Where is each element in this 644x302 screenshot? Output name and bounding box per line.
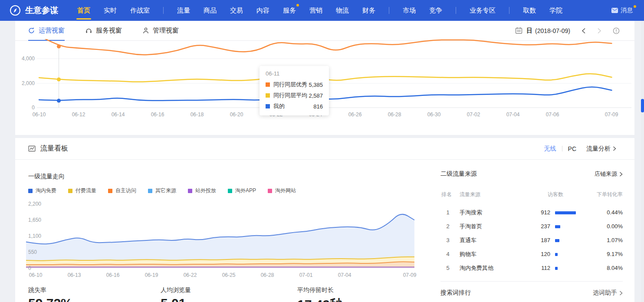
source-row-4[interactable]: 4 购物车 120 9.17% bbox=[440, 247, 623, 261]
tooltip-series-value: 5,385 bbox=[309, 82, 323, 88]
message-dot bbox=[634, 5, 636, 8]
legend-item[interactable]: 淘外APP bbox=[228, 187, 256, 194]
date-granularity[interactable]: 日 bbox=[526, 27, 532, 35]
area-chart-legend: 淘内免费 付费流量 自主访问 其它来源 站外投放 淘外APP 淘外网站 bbox=[28, 187, 296, 194]
conversion-rate: 1.07% bbox=[607, 233, 623, 247]
benchmark-ytick: 2,000 bbox=[15, 80, 35, 86]
col-header-rank: 排名 bbox=[441, 191, 452, 198]
benchmark-xtick: 06-30 bbox=[427, 112, 441, 118]
legend-item[interactable]: 站外投放 bbox=[188, 187, 216, 194]
legend-item[interactable]: 其它来源 bbox=[148, 187, 176, 194]
chevron-right-icon bbox=[619, 172, 623, 177]
nav-item-logistics[interactable]: 物流 bbox=[336, 0, 349, 21]
shop-sources-link[interactable]: 店铺来源 bbox=[595, 170, 623, 178]
benchmark-xtick: 07-02 bbox=[467, 112, 480, 118]
notification-dot bbox=[296, 4, 299, 7]
hover-dot-excellent bbox=[57, 45, 61, 49]
col-header-conversion: 下单转化率 bbox=[597, 191, 623, 198]
stat-stay-duration-label: 平均停留时长 bbox=[297, 286, 334, 294]
nav-menu: 首页 实时 作战室 流量 商品 交易 内容 服务 营销 物流 财务 市场 竞争 … bbox=[77, 0, 562, 21]
hover-dot-mine bbox=[57, 99, 61, 103]
visitors: 237 bbox=[516, 220, 550, 233]
scrollbar-track[interactable] bbox=[641, 21, 644, 302]
area-xtick: 06-19 bbox=[145, 272, 158, 278]
nav-item-competition[interactable]: 竞争 bbox=[429, 0, 442, 21]
legend-swatch bbox=[228, 189, 232, 193]
nav-item-content[interactable]: 内容 bbox=[256, 0, 269, 21]
benchmark-xtick: 06-18 bbox=[191, 112, 204, 118]
nav-divider bbox=[163, 7, 164, 14]
nav-item-finance[interactable]: 财务 bbox=[362, 0, 375, 21]
nav-item-goods[interactable]: 商品 bbox=[204, 0, 217, 21]
legend-item[interactable]: 淘内免费 bbox=[28, 187, 56, 194]
tab-management-viewport[interactable]: 管理视窗 bbox=[143, 21, 179, 41]
visitors-bar bbox=[555, 239, 559, 242]
benchmark-ytick: 4,000 bbox=[15, 56, 35, 62]
nav-item-academy[interactable]: 学院 bbox=[549, 0, 562, 21]
tab-operation-viewport[interactable]: 运营视窗 bbox=[28, 21, 65, 41]
visitors-bar bbox=[555, 267, 558, 270]
message-button[interactable]: 消息 bbox=[611, 7, 633, 14]
benchmark-xtick: 07-06 bbox=[546, 112, 559, 118]
legend-label: 淘内免费 bbox=[36, 187, 56, 194]
tab-label: 运营视窗 bbox=[39, 26, 65, 35]
scrollbar-thumb[interactable] bbox=[641, 99, 644, 112]
brand[interactable]: 生意参谋 bbox=[10, 5, 58, 16]
toggle-wireless[interactable]: 无线 bbox=[544, 145, 556, 153]
nav-item-home[interactable]: 首页 bbox=[77, 0, 90, 21]
benchmark-ytick: 0 bbox=[15, 105, 35, 111]
info-icon[interactable] bbox=[613, 27, 620, 34]
legend-item[interactable]: 淘外网站 bbox=[268, 187, 296, 194]
nav-item-warroom[interactable]: 作战室 bbox=[130, 0, 150, 21]
date-value[interactable]: (2018-07-09) bbox=[535, 27, 570, 34]
tab-service-viewport[interactable]: 服务视窗 bbox=[85, 21, 122, 41]
primary-traffic-title: 一级流量走向 bbox=[28, 173, 65, 181]
legend-label: 淘外APP bbox=[235, 187, 256, 194]
nav-item-data-fetch[interactable]: 取数 bbox=[523, 0, 536, 21]
nav-item-market[interactable]: 市场 bbox=[403, 0, 416, 21]
area-xtick: 07-01 bbox=[299, 272, 313, 278]
legend-item[interactable]: 付费流量 bbox=[68, 187, 96, 194]
source-row-5[interactable]: 5 淘内免费其他 112 8.04% bbox=[440, 261, 623, 275]
nav-divider bbox=[456, 7, 456, 14]
traffic-analysis-link[interactable]: 流量分析 bbox=[586, 145, 616, 153]
brand-name: 生意参谋 bbox=[25, 5, 58, 16]
legend-label: 淘外网站 bbox=[275, 187, 296, 194]
next-date-button-disabled[interactable] bbox=[597, 28, 601, 34]
toggle-pc[interactable]: PC bbox=[568, 145, 576, 152]
tooltip-row: 同行同层平均 2,587 bbox=[266, 92, 323, 99]
rank: 1 bbox=[444, 206, 452, 220]
source-row-1[interactable]: 1 手淘搜索 912 0.44% bbox=[440, 206, 623, 220]
line-chart-icon bbox=[28, 145, 36, 152]
word-helper-link[interactable]: 选词助手 bbox=[593, 289, 623, 297]
page: 生意参谋 首页 实时 作战室 流量 商品 交易 内容 服务 营销 物流 财务 市… bbox=[0, 0, 644, 302]
source-row-2[interactable]: 2 手淘首页 237 0.00% bbox=[440, 220, 623, 233]
nav-item-traffic[interactable]: 流量 bbox=[177, 0, 190, 21]
headset-icon bbox=[85, 27, 92, 34]
source-name: 手淘首页 bbox=[460, 220, 482, 233]
sycm-logo-icon bbox=[10, 5, 21, 16]
nav-item-trade[interactable]: 交易 bbox=[230, 0, 243, 21]
nav-item-business-zone[interactable]: 业务专区 bbox=[470, 0, 496, 21]
calendar-icon[interactable] bbox=[515, 27, 522, 34]
tooltip-series-value: 2,587 bbox=[309, 92, 323, 99]
secondary-sources-title: 二级流量来源 bbox=[440, 170, 477, 178]
divider bbox=[440, 281, 623, 282]
chevron-right-icon bbox=[613, 146, 616, 151]
rank: 2 bbox=[444, 220, 452, 233]
nav-item-marketing[interactable]: 营销 bbox=[309, 0, 322, 21]
stat-bounce-rate-value: 59.72% bbox=[28, 296, 72, 302]
top-nav: 生意参谋 首页 实时 作战室 流量 商品 交易 内容 服务 营销 物流 财务 市… bbox=[0, 0, 644, 21]
rank: 5 bbox=[444, 261, 452, 275]
prev-date-button[interactable] bbox=[582, 28, 586, 34]
nav-item-realtime[interactable]: 实时 bbox=[104, 0, 117, 21]
source-name: 淘内免费其他 bbox=[460, 261, 493, 275]
visitors-bar bbox=[555, 225, 560, 228]
traffic-board-title-group: 流量看板 bbox=[28, 144, 68, 153]
nav-item-service[interactable]: 服务 bbox=[283, 0, 296, 21]
benchmark-xtick: 06-12 bbox=[72, 112, 85, 118]
benchmark-xtick: 06-16 bbox=[151, 112, 164, 118]
primary-traffic-area-chart[interactable] bbox=[24, 203, 417, 269]
source-row-3[interactable]: 3 直通车 187 1.07% bbox=[440, 233, 623, 247]
legend-item[interactable]: 自主访问 bbox=[108, 187, 136, 194]
